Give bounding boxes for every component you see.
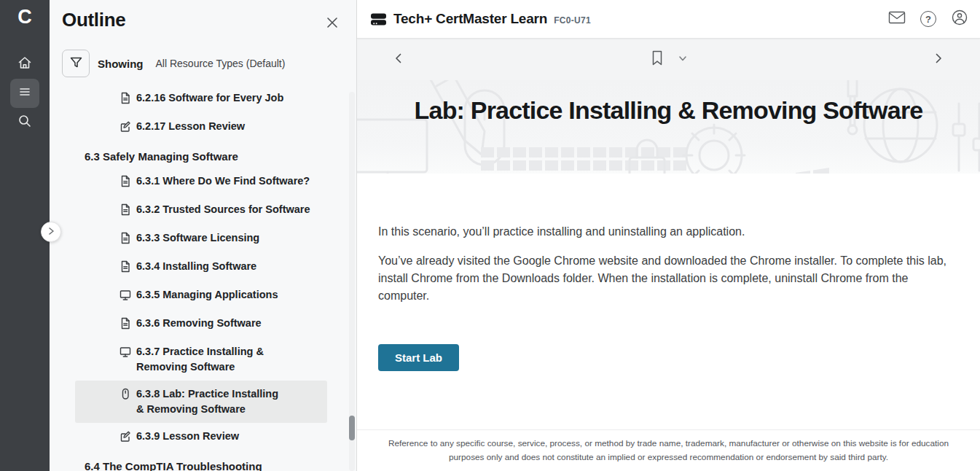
windows-decoration-icon — [794, 168, 831, 174]
lesson-banner: Lab: Practice Installing & Removing Soft… — [357, 80, 980, 174]
brand-stack-icon — [370, 12, 387, 27]
brand: Tech+ CertMaster Learn FC0-U71 — [370, 11, 591, 27]
filter-showing-label: Showing — [98, 58, 144, 70]
comptia-logo: C — [17, 4, 32, 29]
search-icon — [17, 113, 33, 132]
section-header[interactable]: 6.4 The CompTIA Troubleshooting — [75, 451, 327, 471]
help-button[interactable]: ? — [920, 10, 937, 28]
list-item[interactable]: 6.3.1 Where Do We Find Software? — [75, 168, 327, 196]
chevron-right-icon — [47, 225, 55, 238]
list-item[interactable]: 6.3.9 Lesson Review — [75, 423, 327, 451]
monitor-icon — [119, 346, 131, 361]
next-page-button[interactable] — [928, 49, 949, 71]
lesson-navbar — [357, 39, 980, 80]
document-icon — [119, 175, 131, 190]
lock-decoration-icon — [625, 137, 669, 174]
legal-footer: Reference to any specific course, servic… — [357, 429, 980, 471]
outline-menu-button[interactable] — [10, 79, 39, 108]
chevron-right-icon — [932, 52, 945, 68]
page-title: Lab: Practice Installing & Removing Soft… — [357, 96, 980, 125]
mail-icon — [888, 10, 906, 28]
account-button[interactable] — [951, 10, 968, 28]
filter-row: Showing All Resource Types (Default) — [62, 50, 356, 77]
edit-icon — [119, 430, 131, 445]
monitor-icon — [119, 289, 131, 304]
list-item[interactable]: 6.3.6 Removing Software — [75, 310, 327, 338]
bookmark-menu-button[interactable] — [678, 53, 688, 66]
filter-value[interactable]: All Resource Types (Default) — [156, 58, 286, 69]
app-title: Tech+ CertMaster Learn — [393, 11, 547, 27]
keyboard-decoration-icon — [479, 146, 705, 174]
edit-icon — [119, 120, 131, 136]
menu-icon — [17, 84, 33, 103]
app: C Outline — [0, 0, 980, 471]
main-area: Tech+ CertMaster Learn FC0-U71 ? — [357, 0, 980, 471]
scenario-paragraph: In this scenario, you’ll practice instal… — [378, 223, 955, 241]
bookmark-icon — [650, 50, 665, 70]
account-icon — [951, 9, 968, 29]
globe-decoration-icon — [857, 82, 944, 172]
instructions-paragraph: You’ve already visited the Google Chrome… — [378, 252, 955, 305]
help-icon: ? — [920, 11, 936, 27]
mouse-icon — [119, 388, 131, 403]
search-button[interactable] — [10, 108, 39, 137]
document-icon — [119, 203, 131, 219]
document-icon — [119, 317, 131, 332]
app-header: Tech+ CertMaster Learn FC0-U71 ? — [357, 0, 980, 39]
home-button[interactable] — [10, 50, 39, 79]
outline-scrollbar-thumb[interactable] — [349, 416, 355, 440]
previous-page-button[interactable] — [388, 49, 409, 71]
chevron-left-icon — [392, 52, 405, 68]
bookmark-button[interactable] — [650, 50, 665, 70]
close-icon — [325, 15, 340, 33]
home-icon — [17, 55, 33, 74]
lesson-content: In this scenario, you’ll practice instal… — [357, 174, 980, 371]
filter-funnel-icon — [69, 55, 83, 71]
list-item[interactable]: 6.3.5 Managing Applications — [75, 281, 327, 310]
collapse-panel-button[interactable] — [41, 222, 61, 242]
outline-panel: Outline Showing All Resource Types (Defa… — [50, 0, 357, 471]
course-code: FC0-U71 — [554, 15, 591, 26]
list-item[interactable]: 6.3.7 Practice Installing & Removing Sof… — [75, 338, 327, 381]
outline-scrollbar-track[interactable] — [349, 92, 355, 471]
start-lab-button[interactable]: Start Lab — [378, 344, 459, 371]
mail-button[interactable] — [888, 10, 906, 28]
outline-list: 6.2.16 Software for Every Job 6.2.17 Les… — [50, 85, 356, 471]
document-icon — [119, 260, 131, 276]
section-header[interactable]: 6.3 Safely Managing Software — [75, 141, 327, 168]
chevron-down-icon — [678, 53, 688, 66]
document-icon — [119, 92, 131, 107]
filter-button[interactable] — [62, 50, 90, 77]
list-item[interactable]: 6.2.16 Software for Every Job — [75, 85, 327, 113]
legal-disclaimer: Reference to any specific course, servic… — [379, 437, 958, 464]
list-item[interactable]: 6.3.3 Software Licensing — [75, 225, 327, 253]
list-item-selected[interactable]: 6.3.8 Lab: Practice Installing & Removin… — [75, 381, 327, 423]
close-outline-button[interactable] — [323, 15, 342, 34]
document-icon — [119, 232, 131, 247]
list-item[interactable]: 6.3.4 Installing Software — [75, 253, 327, 281]
list-item[interactable]: 6.2.17 Lesson Review — [75, 113, 327, 141]
outline-title: Outline — [62, 9, 125, 31]
list-item[interactable]: 6.3.2 Trusted Sources for Software — [75, 196, 327, 225]
